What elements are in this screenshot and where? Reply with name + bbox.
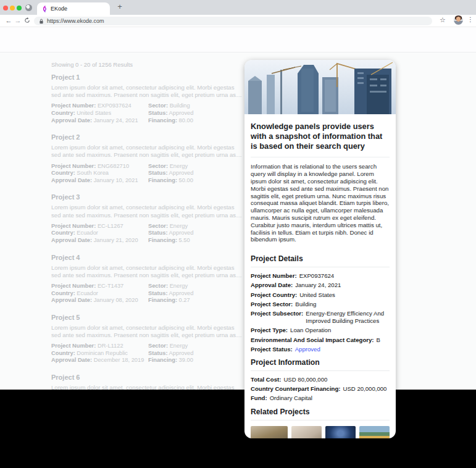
result-item[interactable]: Project 2 Lorem ipsum dolor sit amet, co… xyxy=(51,133,245,184)
result-title[interactable]: Project 2 xyxy=(51,133,245,141)
refresh-icon[interactable] xyxy=(23,17,31,26)
related-project-card[interactable]: Program to Strengthen the Tax Admin DR xyxy=(291,426,322,438)
result-fields: Project Number: EC-T1437 Sector: Energy … xyxy=(51,283,245,304)
forward-icon[interactable]: → xyxy=(14,16,22,25)
project-information-heading: Project Information xyxy=(251,358,390,371)
browser-profile-icon[interactable] xyxy=(25,4,32,11)
result-description: Lorem ipsum dolor sit amet, consectetur … xyxy=(51,204,244,219)
url-bar[interactable]: https://www.ekode.com xyxy=(34,17,432,25)
browser-menu-icon[interactable]: ⋮ xyxy=(467,16,474,23)
close-window-button[interactable] xyxy=(3,6,8,10)
detail-row: Project Type:Loan Operation xyxy=(251,327,390,334)
url-text: https://www.ekode.com xyxy=(47,18,104,24)
project-information-rows: Total Cost:USD 80,000,000 Country Counte… xyxy=(251,376,390,403)
result-title[interactable]: Project 4 xyxy=(51,254,245,261)
lock-icon xyxy=(39,19,44,24)
results-summary: Showing 0 - 20 of 1256 Results xyxy=(51,61,245,68)
conference-hall-photo-thumbnail xyxy=(325,426,356,438)
guatemala-street-photo-thumbnail xyxy=(359,426,390,438)
result-title[interactable]: Project 3 xyxy=(51,193,245,201)
project-details-heading: Project Details xyxy=(251,254,390,267)
result-item[interactable]: Project 4 Lorem ipsum dolor sit amet, co… xyxy=(51,254,245,304)
info-row: Total Cost:USD 80,000,000 xyxy=(251,376,390,383)
related-projects-grid: Institutional Strengthening of COFIDE Pr… xyxy=(251,426,390,438)
info-row: Fund:Ordinary Capital xyxy=(251,395,390,402)
result-title[interactable]: Project 1 xyxy=(51,73,245,81)
related-project-card[interactable]: Support to the 4th Ministerial Forum xyxy=(325,426,356,438)
related-project-card[interactable]: Guatemala - RMEI Regional Malaria Elim xyxy=(359,426,390,438)
browser-toolbar: ← → https://www.ekode.com ☆ ⋮ xyxy=(0,15,476,27)
project-details-rows: Project Number:EXP0937624 Approval Date:… xyxy=(251,272,390,353)
result-item[interactable]: Project 1 Lorem ipsum dolor sit amet, co… xyxy=(51,73,245,124)
result-item[interactable]: Project 3 Lorem ipsum dolor sit amet, co… xyxy=(51,193,245,244)
knowledge-panel: Knowledge panels provide users with a sn… xyxy=(244,60,396,438)
detail-row-status: Project Status:Approved xyxy=(251,346,390,353)
construction-skyline-image xyxy=(244,60,396,114)
browser-tab-strip: EKode + xyxy=(0,0,476,15)
related-projects-heading: Related Projects xyxy=(251,407,390,420)
result-description: Lorem ipsum dolor sit amet, consectetur … xyxy=(51,264,244,279)
back-icon[interactable]: ← xyxy=(4,16,13,25)
results-list: Showing 0 - 20 of 1256 Results Project 1… xyxy=(51,61,245,390)
status-link[interactable]: Approved xyxy=(295,346,320,353)
meeting-photo-thumbnail xyxy=(251,426,288,438)
result-fields: Project Number: DR-L1122 Sector: Energy … xyxy=(51,343,245,364)
browser-avatar[interactable] xyxy=(454,15,463,25)
results-page: Showing 0 - 20 of 1256 Results Project 1… xyxy=(0,52,476,390)
minimize-window-button[interactable] xyxy=(10,6,15,10)
result-item[interactable]: Project 5 Lorem ipsum dolor sit amet, co… xyxy=(51,314,245,364)
ekode-favicon-icon xyxy=(42,6,48,12)
detail-row: Project Sector:Building xyxy=(251,301,390,308)
detail-row: Environmental And Social Impact Category… xyxy=(251,336,390,344)
detail-row: Project Subsector:Energy-Energy Efficien… xyxy=(251,310,390,325)
browser-tab[interactable]: EKode xyxy=(37,2,110,15)
info-row: Country Counterpart Financing:USD 20,000… xyxy=(251,385,390,393)
result-title[interactable]: Project 5 xyxy=(51,314,245,321)
detail-row: Project Number:EXP0937624 xyxy=(251,272,390,280)
panel-intro: Information that is relational to the us… xyxy=(251,157,390,249)
result-fields: Project Number: EXP0937624 Sector: Build… xyxy=(51,102,245,124)
new-tab-button[interactable]: + xyxy=(115,2,125,12)
result-item[interactable]: Project 6 Lorem ipsum dolor sit amet, co… xyxy=(51,374,245,390)
site-header: EKode xyxy=(0,27,476,52)
result-description: Lorem ipsum dolor sit amet, consectetur … xyxy=(51,324,244,339)
result-fields: Project Number: ENG682710 Sector: Energy… xyxy=(51,163,245,185)
panel-title: Knowledge panels provide users with a sn… xyxy=(244,114,396,157)
result-description: Lorem ipsum dolor sit amet, consectetur … xyxy=(51,144,244,159)
result-description: Lorem ipsum dolor sit amet, consectetur … xyxy=(51,384,244,390)
result-fields: Project Number: EC-L1267 Sector: Energy … xyxy=(51,223,245,244)
detail-row: Project Country:United States xyxy=(251,291,390,299)
tab-title: EKode xyxy=(51,6,67,12)
bookmark-star-icon[interactable]: ☆ xyxy=(440,16,446,24)
maximize-window-button[interactable] xyxy=(17,6,22,10)
refresh-arrow-icon xyxy=(24,17,30,23)
result-description: Lorem ipsum dolor sit amet, consectetur … xyxy=(51,84,244,99)
related-project-card[interactable]: Institutional Strengthening of COFIDE xyxy=(251,426,288,438)
detail-row: Approval Date:January 24, 2021 xyxy=(251,282,390,289)
result-title[interactable]: Project 6 xyxy=(51,374,245,381)
writing-desk-photo-thumbnail xyxy=(291,426,322,438)
